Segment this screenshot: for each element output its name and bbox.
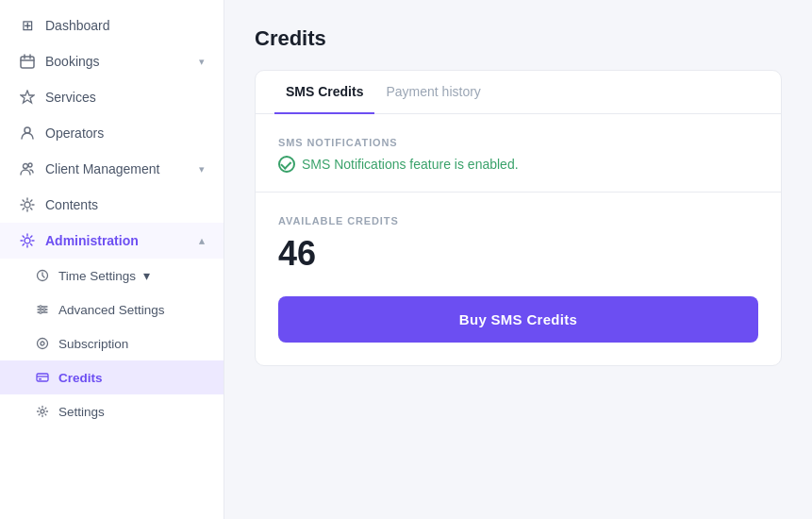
tabs-bar: SMS Credits Payment history xyxy=(256,71,781,114)
check-circle-icon xyxy=(278,156,295,173)
chevron-down-icon: ▾ xyxy=(199,56,205,68)
time-settings-icon xyxy=(34,267,51,284)
notification-status-text: SMS Notifications feature is enabled. xyxy=(302,157,519,172)
sidebar-item-bookings[interactable]: Bookings ▾ xyxy=(0,43,224,79)
client-management-icon xyxy=(19,160,36,177)
sidebar-item-contents[interactable]: Contents xyxy=(0,187,224,223)
svg-point-8 xyxy=(43,309,46,311)
notification-status: SMS Notifications feature is enabled. xyxy=(278,156,758,173)
sidebar: ⊞ Dashboard Bookings ▾ Services Operator… xyxy=(0,0,224,519)
sidebar-item-dashboard[interactable]: ⊞ Dashboard xyxy=(0,8,224,43)
sms-notifications-label: SMS NOTIFICATIONS xyxy=(278,137,758,148)
settings-icon xyxy=(34,403,51,420)
sidebar-sub-item-label: Credits xyxy=(58,371,103,385)
svg-point-1 xyxy=(25,127,30,133)
sidebar-item-label: Services xyxy=(45,90,96,105)
tab-payment-history[interactable]: Payment history xyxy=(374,71,491,114)
sidebar-sub-item-label: Subscription xyxy=(58,337,128,351)
sidebar-item-label: Client Management xyxy=(45,161,159,176)
sidebar-sub-item-subscription[interactable]: Subscription xyxy=(0,326,224,360)
svg-rect-12 xyxy=(37,374,48,381)
contents-icon xyxy=(19,196,36,213)
svg-point-3 xyxy=(28,163,32,167)
sidebar-item-label: Administration xyxy=(45,233,139,248)
svg-point-9 xyxy=(40,311,42,314)
sidebar-item-label: Bookings xyxy=(45,54,100,69)
main-content: Credits SMS Credits Payment history SMS … xyxy=(224,0,812,519)
page-title: Credits xyxy=(255,26,782,51)
advanced-settings-icon xyxy=(34,301,51,318)
card-footer: Buy SMS Credits xyxy=(256,296,781,365)
tab-sms-credits[interactable]: SMS Credits xyxy=(274,71,374,114)
services-icon xyxy=(19,89,36,106)
sidebar-sub-item-label: Settings xyxy=(58,405,105,419)
subscription-icon xyxy=(34,335,51,352)
sidebar-item-operators[interactable]: Operators xyxy=(0,115,224,151)
chevron-up-icon: ▴ xyxy=(199,235,205,247)
sidebar-sub-item-settings[interactable]: Settings xyxy=(0,394,224,428)
sidebar-sub-item-time-settings[interactable]: Time Settings ▾ xyxy=(0,259,224,293)
sidebar-item-administration[interactable]: Administration ▴ xyxy=(0,223,224,259)
svg-point-5 xyxy=(25,238,30,243)
buy-sms-credits-button[interactable]: Buy SMS Credits xyxy=(278,296,758,343)
svg-point-14 xyxy=(41,410,44,413)
dashboard-icon: ⊞ xyxy=(19,17,36,34)
sidebar-sub-item-label: Advanced Settings xyxy=(58,303,165,317)
credits-card: SMS Credits Payment history SMS NOTIFICA… xyxy=(255,70,782,366)
chevron-down-icon: ▾ xyxy=(143,268,150,283)
svg-point-2 xyxy=(24,164,28,169)
svg-point-4 xyxy=(25,202,30,208)
sidebar-item-services[interactable]: Services xyxy=(0,79,224,115)
svg-point-11 xyxy=(41,342,44,345)
sidebar-sub-item-credits[interactable]: Credits xyxy=(0,360,224,394)
card-body: SMS NOTIFICATIONS SMS Notifications feat… xyxy=(256,114,781,296)
sidebar-item-label: Dashboard xyxy=(45,18,110,33)
sidebar-item-label: Contents xyxy=(45,197,98,212)
operators-icon xyxy=(19,125,36,142)
bookings-icon xyxy=(19,53,36,70)
credits-count: 46 xyxy=(278,234,758,274)
credits-icon xyxy=(34,369,51,386)
svg-rect-0 xyxy=(21,57,34,68)
divider xyxy=(256,192,781,193)
credits-section: AVAILABLE CREDITS 46 xyxy=(278,211,758,296)
svg-point-7 xyxy=(40,306,42,309)
sidebar-sub-item-label: Time Settings xyxy=(58,269,136,283)
sidebar-item-client-management[interactable]: Client Management ▾ xyxy=(0,151,224,187)
svg-rect-13 xyxy=(39,378,41,380)
sidebar-sub-item-advanced-settings[interactable]: Advanced Settings xyxy=(0,293,224,326)
svg-point-10 xyxy=(38,339,48,349)
chevron-down-icon: ▾ xyxy=(199,163,205,176)
administration-icon xyxy=(19,232,36,249)
sidebar-item-label: Operators xyxy=(45,126,104,141)
available-credits-label: AVAILABLE CREDITS xyxy=(278,215,758,226)
